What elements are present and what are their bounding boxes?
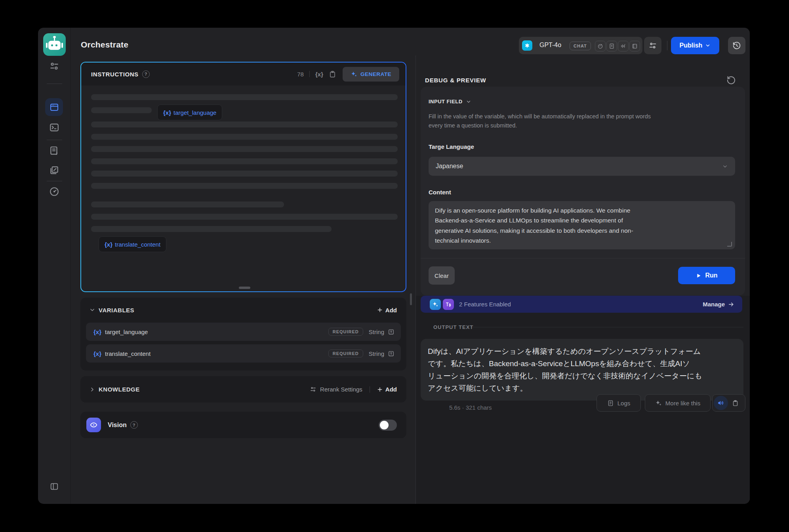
collapse-sidebar-icon[interactable] — [50, 482, 59, 491]
instructions-panel: INSTRUCTIONS ? 78 {x} GENERATE {x}target… — [80, 62, 406, 292]
history-button[interactable] — [728, 37, 745, 54]
vision-section: Vision ? — [80, 412, 406, 438]
skeleton-line — [91, 226, 332, 232]
vision-icon — [86, 418, 101, 432]
sidebar-item-orchestrate[interactable] — [45, 98, 63, 116]
output-line: アクセス可能にしています。 — [428, 382, 736, 394]
skeleton-line — [91, 183, 398, 189]
skeleton-line — [91, 201, 284, 207]
instructions-title: INSTRUCTIONS — [91, 71, 139, 78]
copy-icon[interactable] — [329, 70, 336, 78]
sidebar-divider — [47, 140, 62, 140]
app-avatar-robot-icon[interactable] — [43, 33, 66, 56]
language-select[interactable]: Japanese — [429, 157, 735, 176]
input-field-title[interactable]: INPUT FIELD — [429, 99, 471, 104]
skeleton-line — [91, 171, 398, 177]
vision-capability-icon — [595, 41, 606, 51]
resize-handle[interactable] — [239, 287, 250, 289]
string-type-icon — [388, 329, 394, 335]
output-meta: 5.6s · 321 chars — [449, 404, 492, 411]
debug-preview-title: DEBUG & PREVIEW — [425, 77, 486, 84]
knowledge-section: KNOWLEDGE Rerank Settings Add — [80, 376, 406, 403]
skeleton-line — [91, 94, 398, 100]
audio-capability-icon — [618, 41, 629, 51]
skeleton-line — [91, 158, 398, 164]
content-textarea[interactable]: Dify is an open-source platform for buil… — [429, 201, 735, 249]
add-knowledge-button[interactable]: Add — [377, 386, 397, 393]
vision-help-icon[interactable]: ? — [130, 421, 138, 429]
skeleton-line — [91, 146, 398, 152]
input-field-desc-line2: every time a question is submitted. — [429, 122, 517, 129]
settings-sliders-icon[interactable] — [49, 61, 59, 71]
char-count: 78 — [297, 71, 304, 78]
model-mode-badge: CHAT — [570, 42, 591, 50]
add-variable-button[interactable]: Add — [377, 307, 397, 314]
vision-label: Vision — [108, 422, 127, 429]
rerank-settings-button[interactable]: Rerank Settings — [310, 386, 362, 393]
generate-button[interactable]: GENERATE — [343, 67, 399, 82]
variable-row-target-language[interactable]: {x} target_language REQUIRED String — [86, 323, 401, 341]
output-card: Difyは、AIアプリケーションを構築するためのオープンソースプラットフォーム … — [421, 339, 743, 401]
required-badge: REQUIRED — [328, 328, 363, 336]
header-divider — [667, 41, 667, 50]
panel-divider[interactable] — [415, 55, 416, 504]
insert-variable-icon[interactable]: {x} — [315, 71, 323, 78]
output-line: です。私たちは、Backend-as-a-ServiceとLLMOpsを組み合わ… — [428, 357, 736, 370]
restart-icon[interactable] — [726, 75, 736, 85]
logs-button[interactable]: Logs — [597, 394, 641, 412]
chevron-right-icon[interactable] — [89, 386, 95, 393]
sidebar-divider — [47, 84, 62, 84]
sidebar-item-annotation[interactable] — [49, 165, 59, 175]
model-selector[interactable]: GPT-4o CHAT — [519, 37, 642, 54]
generation-feature-icon — [430, 299, 441, 310]
sidebar — [38, 28, 71, 504]
output-divider — [472, 327, 743, 327]
features-enabled-text: 2 Features Enabled — [459, 301, 511, 308]
variable-chip-target-language[interactable]: {x}target_language — [157, 104, 222, 120]
sidebar-divider — [47, 181, 62, 181]
output-line: Difyは、AIアプリケーションを構築するためのオープンソースプラットフォーム — [428, 345, 736, 357]
target-language-label: Targe Language — [429, 143, 474, 150]
left-panel-scrollbar-thumb[interactable] — [410, 293, 412, 305]
features-bar[interactable]: 2 Features Enabled Manage — [421, 296, 742, 313]
skeleton-line — [91, 107, 152, 113]
copy-output-icon[interactable] — [732, 400, 739, 407]
variables-title: VARIABLES — [99, 307, 134, 314]
variable-row-translate-content[interactable]: {x} translate_content REQUIRED String — [86, 344, 401, 363]
clear-button[interactable]: Clear — [429, 266, 455, 285]
app-window: Orchestrate GPT-4o CHAT Publish INSTRUCT… — [38, 28, 750, 504]
variable-chip-translate-content[interactable]: {x}translate_content — [99, 236, 166, 252]
required-badge: REQUIRED — [328, 350, 363, 357]
openai-logo-icon — [522, 40, 532, 51]
model-params-button[interactable] — [644, 37, 661, 54]
input-field-desc-line1: Fill in the value of the variable, which… — [429, 113, 651, 120]
sidebar-item-terminal[interactable] — [49, 122, 59, 133]
audio-actions — [712, 394, 745, 412]
chevron-down-icon[interactable] — [89, 307, 95, 313]
publish-button[interactable]: Publish — [671, 37, 719, 54]
string-type-icon — [388, 350, 394, 357]
content-label: Content — [429, 189, 451, 196]
sidebar-item-logs[interactable] — [49, 146, 59, 156]
page-title: Orchestrate — [81, 40, 128, 49]
speaker-button[interactable] — [714, 396, 728, 410]
output-line: リューションの開発を合理化し、開発者だけでなく非技術的なイノベーターにも — [428, 370, 736, 382]
run-button[interactable]: Run — [678, 267, 735, 284]
help-icon[interactable]: ? — [142, 70, 150, 78]
manage-features-button[interactable]: Manage — [703, 301, 734, 308]
notebook-capability-icon — [629, 41, 640, 51]
variables-section: VARIABLES Add {x} target_language REQUIR… — [80, 298, 406, 370]
instructions-header: INSTRUCTIONS ? 78 {x} GENERATE — [81, 63, 406, 86]
chevron-down-icon — [722, 163, 728, 169]
more-like-this-button[interactable]: More like this — [645, 394, 711, 412]
model-name: GPT-4o — [539, 42, 561, 49]
skeleton-line — [91, 122, 398, 127]
input-field-card: INPUT FIELD Fill in the value of the var… — [421, 87, 745, 295]
tts-feature-icon — [443, 299, 454, 310]
output-text-label: OUTPUT TEXT — [433, 324, 473, 330]
textarea-resize-handle[interactable] — [727, 242, 732, 247]
vision-toggle[interactable] — [379, 420, 397, 431]
knowledge-title: KNOWLEDGE — [99, 386, 140, 393]
document-capability-icon — [606, 41, 617, 51]
sidebar-item-monitoring[interactable] — [49, 186, 59, 197]
